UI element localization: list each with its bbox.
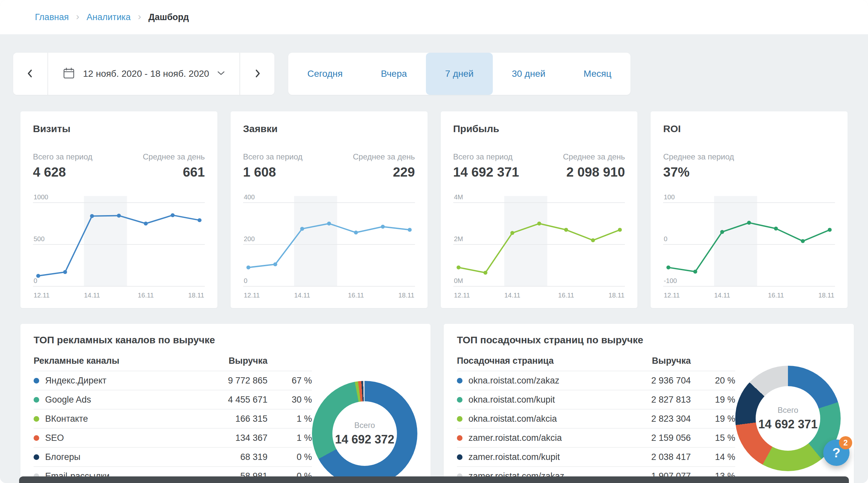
row-name-cell: ВКонтакте (34, 414, 198, 424)
metric-label: Среднее за день (143, 152, 205, 161)
profit-line-chart[interactable]: 0M2M4M12.1114.1116.1118.11 (453, 187, 625, 300)
row-name-cell: Google Ads (34, 395, 198, 405)
tab-7-days[interactable]: 7 дней (426, 53, 493, 95)
pages-table: Посадочная страница Выручка okna.roistat… (457, 351, 735, 483)
series-label: okna.roistat.com/akcia (468, 414, 557, 424)
series-label: SEO (45, 433, 64, 443)
svg-text:16.11: 16.11 (558, 292, 574, 299)
table-header: Посадочная страница Выручка (457, 351, 735, 371)
metric-label: Среднее за период (663, 152, 734, 161)
svg-text:0: 0 (664, 235, 668, 242)
date-range-text: 12 нояб. 2020 - 18 нояб. 2020 (83, 68, 209, 79)
analytics-dashboard-page: Главная › Аналитика › Дашборд 12 нояб. 2… (0, 0, 868, 483)
kpi-metrics: Всего за период 14 692 371 Среднее за де… (453, 152, 625, 180)
breadcrumb-home[interactable]: Главная (35, 12, 69, 22)
revenue-value: 2 159 056 (622, 433, 691, 443)
bottom-row: ТОП рекламных каналов по выручке Рекламн… (21, 324, 847, 483)
series-label: zamer.roistat.com/kupit (468, 452, 560, 462)
table-row[interactable]: Google Ads4 455 67130 % (34, 390, 312, 410)
help-button[interactable]: ? 2 (823, 440, 849, 466)
svg-text:14.11: 14.11 (84, 292, 100, 299)
series-label: zamer.roistat.com/akcia (468, 433, 562, 443)
series-color-dot (34, 378, 39, 384)
series-label: okna.roistat.com/zakaz (468, 375, 559, 386)
requests-line-chart[interactable]: 020040012.1114.1116.1118.11 (243, 187, 415, 300)
svg-text:18.11: 18.11 (398, 292, 414, 299)
revenue-value: 2 936 704 (622, 375, 691, 386)
table-row[interactable]: okna.roistat.com/akcia2 823 30419 % (457, 410, 735, 429)
table-row[interactable]: Яндекс.Директ9 772 86567 % (34, 371, 312, 390)
kpi-title: Прибыль (453, 123, 625, 134)
roi-line-chart[interactable]: -100010012.1114.1116.1118.11 (663, 187, 835, 300)
series-color-dot (457, 454, 463, 460)
table-row[interactable]: ВКонтакте166 3151 % (34, 410, 312, 429)
series-label: Блогеры (45, 452, 81, 462)
row-name-cell: zamer.roistat.com/kupit (457, 452, 622, 462)
svg-text:16.11: 16.11 (768, 292, 784, 299)
metric-value: 4 628 (33, 165, 93, 180)
table-row[interactable]: zamer.roistat.com/akcia2 159 05615 % (457, 429, 735, 448)
table-row[interactable]: Блогеры68 3190 % (34, 448, 312, 467)
revenue-percent: 14 % (691, 452, 735, 462)
table-row[interactable]: SEO134 3671 % (34, 429, 312, 448)
channels-table: Рекламные каналы Выручка Яндекс.Директ9 … (34, 351, 312, 483)
tab-month[interactable]: Месяц (565, 53, 630, 95)
tab-30-days[interactable]: 30 дней (493, 53, 565, 95)
revenue-percent: 19 % (691, 395, 735, 405)
visits-line-chart[interactable]: 0500100012.1114.1116.1118.11 (33, 187, 205, 300)
svg-text:14.11: 14.11 (294, 292, 310, 299)
revenue-percent: 15 % (691, 433, 735, 443)
series-color-dot (34, 435, 39, 441)
breadcrumb-current-dashboard: Дашборд (148, 12, 189, 22)
date-range-picker[interactable]: 12 нояб. 2020 - 18 нояб. 2020 (48, 53, 240, 95)
svg-text:0: 0 (244, 277, 247, 284)
revenue-value: 2 038 417 (622, 452, 691, 462)
tab-today[interactable]: Сегодня (288, 53, 362, 95)
row-name-cell: Блогеры (34, 452, 198, 462)
question-mark-icon: ? (832, 446, 840, 460)
breadcrumb-analytics[interactable]: Аналитика (87, 12, 131, 22)
svg-text:12.11: 12.11 (244, 292, 260, 299)
top-channels-card: ТОП рекламных каналов по выручке Рекламн… (21, 324, 431, 483)
toolbar: 12 нояб. 2020 - 18 нояб. 2020 Сегодня Вч… (13, 53, 855, 95)
chevron-down-icon (217, 70, 225, 77)
revenue-value: 2 827 813 (622, 395, 691, 405)
chevron-right-icon: › (76, 11, 80, 22)
chevron-right-icon: › (138, 11, 141, 22)
donut-center: Всего 14 692 371 (756, 386, 820, 451)
topbar: Главная › Аналитика › Дашборд (0, 0, 868, 34)
table-row[interactable]: zamer.roistat.com/kupit2 038 41714 % (457, 448, 735, 467)
revenue-percent: 67 % (268, 375, 312, 386)
row-name-cell: SEO (34, 433, 198, 443)
svg-text:16.11: 16.11 (138, 292, 154, 299)
kpi-card-visits: Визиты Всего за период 4 628 Среднее за … (21, 111, 217, 308)
notification-badge: 2 (839, 436, 852, 449)
kpi-title: Визиты (33, 123, 205, 134)
kpi-title: Заявки (243, 123, 415, 134)
table-row[interactable]: okna.roistat.com/kupit2 827 81319 % (457, 390, 735, 410)
revenue-value: 68 319 (198, 452, 268, 462)
revenue-percent: 19 % (691, 414, 735, 424)
donut-center-label: Всего (354, 421, 375, 430)
row-name-cell: okna.roistat.com/kupit (457, 395, 622, 405)
metric-label: Всего за период (33, 152, 93, 161)
svg-text:200: 200 (244, 235, 255, 242)
table-row[interactable]: okna.roistat.com/zakaz2 936 70420 % (457, 371, 735, 390)
period-tabs: Сегодня Вчера 7 дней 30 дней Месяц (288, 53, 630, 95)
revenue-value: 4 455 671 (198, 395, 268, 405)
series-label: Яндекс.Директ (45, 375, 106, 386)
next-period-button[interactable] (240, 53, 274, 95)
kpi-card-requests: Заявки Всего за период 1 608 Среднее за … (230, 111, 428, 308)
svg-text:14.11: 14.11 (714, 292, 730, 299)
svg-text:500: 500 (34, 235, 44, 242)
date-range-control: 12 нояб. 2020 - 18 нояб. 2020 (13, 53, 274, 95)
row-name-cell: Яндекс.Директ (34, 375, 198, 386)
series-label: Google Ads (45, 395, 91, 405)
svg-text:16.11: 16.11 (348, 292, 364, 299)
row-name-cell: okna.roistat.com/akcia (457, 414, 622, 424)
svg-text:18.11: 18.11 (609, 292, 625, 299)
prev-period-button[interactable] (13, 53, 48, 95)
tab-yesterday[interactable]: Вчера (362, 53, 426, 95)
channels-donut-chart[interactable]: Всего 14 692 372 (312, 381, 417, 483)
kpi-metrics: Всего за период 4 628 Среднее за день 66… (33, 152, 205, 180)
